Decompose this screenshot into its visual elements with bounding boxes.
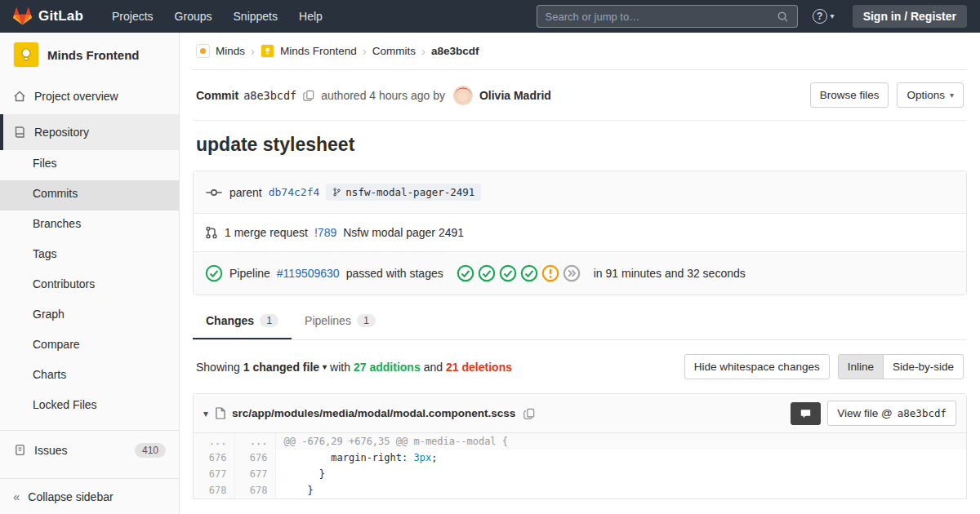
nav-groups[interactable]: Groups: [166, 0, 221, 33]
chevron-down-icon: ▾: [831, 12, 835, 20]
commit-header: Commit a8e3bcdf authored 4 hours ago by …: [193, 70, 967, 121]
sidebar-item-project-overview[interactable]: Project overview: [0, 78, 179, 114]
stage-passed-icon[interactable]: [478, 264, 496, 282]
tab-pipelines-label: Pipelines: [305, 314, 351, 327]
hunk-new-ellipsis: ...: [234, 433, 275, 450]
pipeline-link[interactable]: #119509630: [277, 267, 340, 280]
nav-snippets[interactable]: Snippets: [225, 0, 287, 33]
hide-whitespace-button[interactable]: Hide whitespace changes: [684, 354, 830, 379]
main-content: Minds › Minds Frontend › Commits › a8e3b…: [180, 33, 980, 499]
code-value: 3px: [413, 452, 431, 463]
showing-label: Showing: [196, 361, 240, 374]
group-avatar: [196, 44, 210, 58]
commit-title: update stylesheet: [193, 121, 967, 171]
code-text: margin-right:: [284, 452, 414, 463]
old-line-number[interactable]: 677: [194, 466, 234, 482]
home-icon: [13, 90, 26, 103]
chevron-down-icon: ▾: [950, 91, 954, 100]
diff-line: 678 678 }: [194, 482, 966, 498]
breadcrumb-minds-frontend[interactable]: Minds Frontend: [280, 45, 357, 57]
tab-changes[interactable]: Changes 1: [193, 304, 292, 339]
project-name: Minds Frontend: [47, 48, 140, 62]
gitlab-logo[interactable]: GitLab: [13, 7, 83, 25]
diff-file-panel: ▾ src/app/modules/media/modal/modal.comp…: [193, 393, 967, 499]
toggle-comments-button[interactable]: [791, 402, 821, 425]
sidebar-item-commits[interactable]: Commits: [0, 180, 179, 210]
parent-sha-link[interactable]: db74c2f4: [269, 186, 320, 198]
help-dropdown[interactable]: ? ▾: [813, 9, 835, 24]
sidebar-item-issues[interactable]: Issues 410: [0, 430, 179, 469]
breadcrumb-commits[interactable]: Commits: [372, 45, 416, 57]
nav-projects[interactable]: Projects: [103, 0, 163, 33]
sidebar-item-branches[interactable]: Branches: [0, 210, 179, 241]
sidebar-item-files[interactable]: Files: [0, 150, 179, 180]
sidebar-item-graph[interactable]: Graph: [0, 301, 179, 331]
stage-skipped-icon[interactable]: [563, 264, 581, 282]
author-name[interactable]: Olivia Madrid: [479, 89, 551, 102]
project-mini-avatar: [261, 44, 274, 58]
diff-file-path[interactable]: src/app/modules/media/modal/modal.compon…: [232, 407, 515, 419]
collapse-diff-caret-icon[interactable]: ▾: [203, 408, 208, 419]
copy-icon: [523, 408, 535, 419]
sidebar-item-compare[interactable]: Compare: [0, 331, 179, 361]
stage-passed-icon[interactable]: [457, 264, 474, 282]
commit-icon: [205, 187, 223, 198]
diff-file-header: ▾ src/app/modules/media/modal/modal.comp…: [194, 394, 966, 433]
diff-stats-text: Showing 1 changed file ▾ with 27 additio…: [196, 361, 512, 374]
options-dropdown-button[interactable]: Options ▾: [897, 82, 964, 108]
inline-view-button[interactable]: Inline: [838, 354, 884, 379]
collapse-label: Collapse sidebar: [28, 490, 113, 503]
issues-icon: [13, 444, 26, 456]
code-text: }: [284, 485, 314, 496]
old-line-number[interactable]: 676: [194, 450, 234, 466]
merge-request-link[interactable]: !789: [314, 226, 336, 239]
stage-passed-icon[interactable]: [499, 264, 517, 282]
lightbulb-icon: [20, 47, 33, 62]
deletions-count: 21 deletions: [446, 361, 512, 374]
sidebar-item-charts[interactable]: Charts: [0, 361, 179, 392]
view-file-label: View file @: [837, 407, 892, 419]
copy-path-button[interactable]: [522, 406, 537, 421]
new-line-number[interactable]: 677: [234, 466, 275, 482]
sidebar-item-contributors[interactable]: Contributors: [0, 271, 179, 301]
author-avatar[interactable]: [453, 86, 473, 105]
search-box[interactable]: [537, 5, 798, 28]
merge-request-title: Nsfw modal pager 2491: [343, 226, 464, 239]
tanuki-icon: [13, 7, 32, 25]
browse-files-button[interactable]: Browse files: [810, 82, 889, 108]
nav-help[interactable]: Help: [290, 0, 332, 33]
new-line-number[interactable]: 678: [234, 482, 275, 498]
sign-in-button[interactable]: Sign in / Register: [853, 5, 967, 28]
sidebar-item-locked-files[interactable]: Locked Files: [0, 392, 179, 422]
side-by-side-view-button[interactable]: Side-by-side: [883, 354, 964, 379]
copy-sha-button[interactable]: [301, 88, 316, 103]
breadcrumb-minds[interactable]: Minds: [216, 45, 245, 57]
collapse-sidebar-button[interactable]: « Collapse sidebar: [0, 478, 179, 514]
chevron-right-icon: ›: [251, 44, 255, 58]
code-text: ;: [431, 452, 437, 463]
stage-passed-icon[interactable]: [520, 264, 538, 282]
search-input[interactable]: [546, 11, 777, 23]
project-context-header[interactable]: Minds Frontend: [0, 33, 179, 78]
view-file-sha: a8e3bcdf: [898, 407, 947, 419]
tab-changes-label: Changes: [206, 314, 254, 327]
collapse-icon: «: [13, 490, 20, 503]
sidebar-item-label: Issues: [34, 444, 67, 457]
new-line-number[interactable]: 676: [234, 450, 275, 466]
sidebar-item-repository[interactable]: Repository: [0, 114, 179, 150]
changed-files-dropdown[interactable]: 1 changed file ▾: [243, 361, 327, 374]
tab-pipelines[interactable]: Pipelines 1: [292, 304, 389, 339]
authored-text: authored 4 hours ago by: [321, 89, 445, 102]
view-file-button[interactable]: View file @ a8e3bcdf: [827, 401, 956, 426]
branch-name: nsfw-modal-pager-2491: [345, 186, 474, 198]
breadcrumb: Minds › Minds Frontend › Commits › a8e3b…: [193, 33, 967, 70]
sidebar-item-tags[interactable]: Tags: [0, 241, 179, 271]
merge-request-text: 1 merge request: [225, 226, 308, 239]
changed-files-label: 1 changed file: [243, 361, 319, 374]
stage-warning-icon[interactable]: [541, 264, 559, 282]
code-line: margin-right: 3px;: [275, 450, 966, 466]
old-line-number[interactable]: 678: [194, 482, 234, 498]
branch-ref[interactable]: nsfw-modal-pager-2491: [326, 184, 481, 201]
commit-info-well: parent db74c2f4 nsfw-modal-pager-2491: [193, 171, 967, 295]
search-icon[interactable]: [777, 11, 789, 23]
